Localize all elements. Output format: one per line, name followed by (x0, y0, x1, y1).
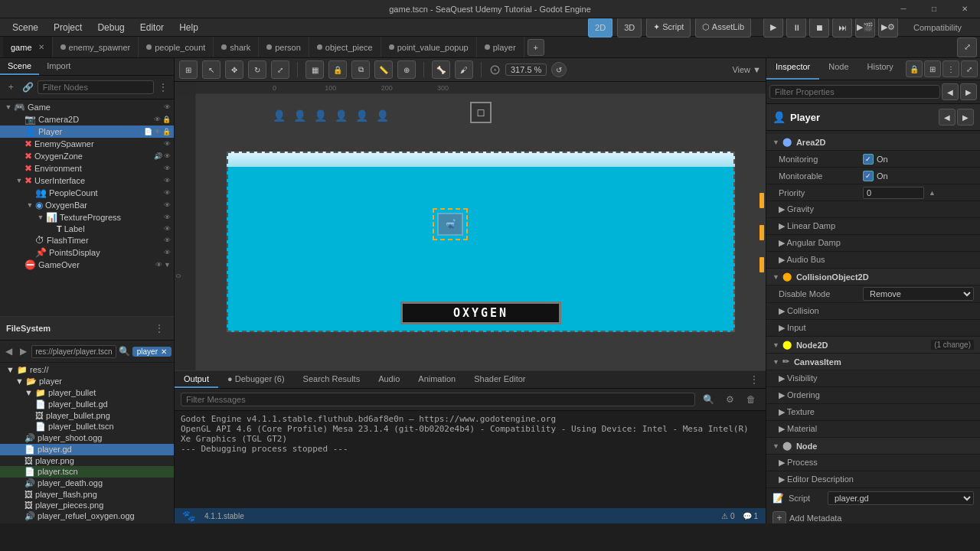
menu-help[interactable]: Help (173, 21, 204, 34)
menu-editor[interactable]: Editor (134, 21, 170, 34)
snap-button[interactable]: ⊞ (179, 60, 198, 79)
tree-item-game[interactable]: ▼ 🎮 Game 👁 (0, 101, 174, 113)
fs-item-player-refuel-oxygen-ogg[interactable]: 🔊 player_refuel_oxygen.ogg (0, 510, 174, 522)
maximize-button[interactable]: □ (919, 0, 949, 18)
prop-audio-bus[interactable]: ▶ Audio Bus (766, 252, 980, 269)
fs-item-player-pieces-png[interactable]: 🖼 player_pieces.png (0, 500, 174, 510)
fs-forward-button[interactable]: ▶ (17, 343, 30, 360)
group-button[interactable]: ⧉ (351, 60, 370, 79)
script-select[interactable]: player.gd (828, 491, 974, 505)
minimize-button[interactable]: ─ (888, 0, 919, 18)
tree-item-player[interactable]: 👤 Player 📄 👁 🔒 (0, 126, 174, 138)
play-custom-button[interactable]: ▶⚙ (878, 18, 898, 37)
inspector-lock-button[interactable]: 🔒 (906, 60, 923, 77)
prop-process[interactable]: ▶ Process (766, 455, 980, 471)
monitorable-checkbox[interactable]: ✓ (863, 171, 874, 181)
tree-item-textureprogress[interactable]: ▼ 📊 TextureProgress 👁 (0, 211, 174, 223)
section-canvasitem[interactable]: ▼ ✏ CanvasItem (766, 354, 980, 370)
tree-item-environment[interactable]: ✖ Environment 👁 (0, 162, 174, 174)
select-mode-button[interactable]: ↖ (202, 60, 220, 79)
move-mode-button[interactable]: ✥ (225, 60, 243, 79)
tab-people-count[interactable]: people_count (139, 37, 214, 58)
paint-button[interactable]: 🖌 (455, 60, 473, 79)
import-tab[interactable]: Import (39, 58, 78, 75)
fs-item-player-flash-png[interactable]: 🖼 player_flash.png (0, 489, 174, 500)
tab-animation[interactable]: Animation (409, 371, 465, 388)
tree-arrow-game[interactable]: ▼ (3, 103, 14, 111)
instance-scene-button[interactable]: 🔗 (20, 79, 35, 96)
tab-shark[interactable]: shark (214, 37, 259, 58)
scene-tab[interactable]: Scene (0, 58, 39, 75)
add-metadata-label[interactable]: Add Metadata (789, 514, 842, 523)
fs-item-player-bullet-folder[interactable]: ▼ 📁 player_bullet (0, 387, 174, 399)
tree-item-peoplecount[interactable]: 👥 PeopleCount 👁 (0, 187, 174, 199)
section-collisionobject2d[interactable]: ▼ ⬤ CollisionObject2D (766, 269, 980, 285)
tab-person[interactable]: person (259, 37, 309, 58)
prop-gravity[interactable]: ▶ Gravity (766, 201, 980, 218)
fs-options-button[interactable]: ⋮ (151, 320, 168, 337)
monitoring-checkbox[interactable]: ✓ (863, 154, 874, 165)
prop-editor-description[interactable]: ▶ Editor Description (766, 471, 980, 488)
fs-item-player-folder[interactable]: ▼ 📂 player (0, 376, 174, 387)
disable-mode-select[interactable]: Remove (863, 287, 974, 301)
prop-linear-damp[interactable]: ▶ Linear Damp (766, 218, 980, 235)
fs-back-button[interactable]: ◀ (2, 343, 15, 360)
tab-output[interactable]: Output (175, 371, 218, 388)
fs-search-button[interactable]: 🔍 (118, 343, 131, 360)
fs-item-player-bullet-png[interactable]: 🖼 player_bullet.png (0, 410, 174, 421)
step-button[interactable]: ⏭ (832, 18, 852, 37)
tree-item-flashtimer[interactable]: ⏱ FlashTimer 👁 (0, 234, 174, 246)
node-prev-button[interactable]: ◀ (939, 109, 956, 126)
node-next-button[interactable]: ▶ (957, 109, 974, 126)
prop-angular-damp[interactable]: ▶ Angular Damp (766, 235, 980, 252)
viewport-content[interactable]: 0 100 200 300 0 👤 👤 👤 (175, 82, 766, 370)
prop-material[interactable]: ▶ Material (766, 421, 980, 438)
zoom-reset[interactable]: ⊙ (489, 61, 501, 78)
view-menu[interactable]: View ▼ (732, 65, 761, 74)
tab-player[interactable]: player (477, 37, 524, 58)
fs-item-player-bullet-tscn[interactable]: 📄 player_bullet.tscn (0, 421, 174, 432)
lock-button[interactable]: 🔒 (328, 60, 347, 79)
mode-2d-button[interactable]: 2D (588, 18, 612, 37)
prop-texture[interactable]: ▶ Texture (766, 404, 980, 421)
tree-item-enemyspawner[interactable]: ✖ EnemySpawner 👁 (0, 138, 174, 150)
prop-input[interactable]: ▶ Input (766, 320, 980, 337)
bone-button[interactable]: 🦴 (432, 60, 450, 79)
fs-filter-close[interactable]: ✕ (161, 347, 167, 356)
game-canvas[interactable]: 👤 👤 👤 👤 👤 👤 □ (196, 94, 766, 370)
prop-visibility[interactable]: ▶ Visibility (766, 370, 980, 387)
tab-point-value-popup[interactable]: point_value_popup (381, 37, 477, 58)
inspector-prev-button[interactable]: ◀ (942, 83, 959, 100)
tab-audio[interactable]: Audio (369, 371, 409, 388)
section-node2d[interactable]: ▼ ⬤ Node2D (1 change) (766, 337, 980, 354)
fs-item-player-shoot-ogg[interactable]: 🔊 player_shoot.ogg (0, 432, 174, 444)
scene-options-button[interactable]: ⋮ (155, 79, 171, 96)
assetlib-button[interactable]: ⬡ AssetLib (695, 18, 751, 37)
fs-item-player-death-ogg[interactable]: 🔊 player_death.ogg (0, 478, 174, 489)
tab-game-close[interactable]: ✕ (38, 43, 44, 51)
close-button[interactable]: ✕ (949, 0, 980, 18)
play-scene-button[interactable]: ▶🎬 (855, 18, 875, 37)
fs-item-player-tscn[interactable]: 📄 player.tscn (0, 466, 174, 478)
pause-button[interactable]: ⏸ (786, 18, 806, 37)
tree-item-pointsdisplay[interactable]: 📌 PointsDisplay 👁 (0, 246, 174, 259)
filter-nodes-input[interactable] (38, 80, 154, 94)
pivot-button[interactable]: ⊕ (397, 60, 416, 79)
menu-debug[interactable]: Debug (91, 21, 130, 34)
grid-button[interactable]: ▦ (305, 60, 324, 79)
menu-scene[interactable]: Scene (6, 21, 44, 34)
play-button[interactable]: ▶ (763, 18, 783, 37)
tab-object-piece[interactable]: object_piece (309, 37, 381, 58)
priority-input[interactable] (863, 187, 924, 199)
tree-item-label[interactable]: T Label 👁 (0, 223, 174, 234)
add-tab-button[interactable]: + (528, 39, 544, 56)
add-metadata-button[interactable]: + (773, 511, 786, 523)
section-node[interactable]: ▼ ⬤ Node (766, 438, 980, 455)
inspector-custom-button[interactable]: ⊞ (924, 60, 941, 77)
filter-search-button[interactable]: 🔍 (700, 391, 717, 408)
tree-item-camera2d[interactable]: 📷 Camera2D 👁 🔒 (0, 113, 174, 126)
filter-properties-input[interactable] (769, 85, 940, 99)
maximize-viewport-button[interactable]: ⤢ (957, 37, 977, 57)
section-area2d[interactable]: ▼ ⬤ Area2D (766, 134, 980, 151)
window-controls[interactable]: ─ □ ✕ (888, 0, 980, 18)
